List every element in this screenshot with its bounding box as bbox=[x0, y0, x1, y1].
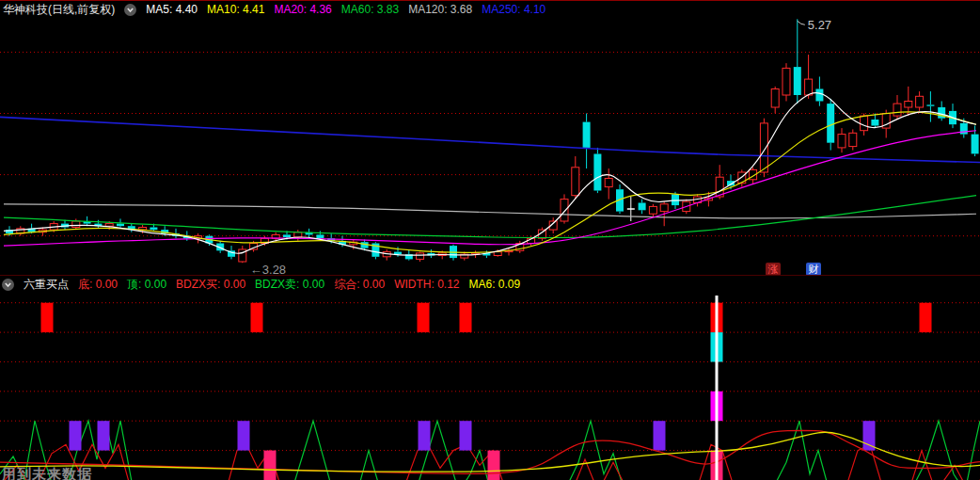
indicator-zonghe: 综合: 0.00 bbox=[334, 277, 385, 293]
svg-text:5.27: 5.27 bbox=[808, 18, 831, 32]
candlestick-chart[interactable]: 5.27←3.28 bbox=[0, 18, 980, 275]
svg-text:←3.28: ←3.28 bbox=[250, 263, 286, 275]
ma5-value: MA5: 4.40 bbox=[146, 3, 198, 16]
collapse-chevron-icon[interactable] bbox=[2, 279, 14, 291]
ma60-value: MA60: 3.83 bbox=[341, 3, 399, 16]
ma250-value: MA250: 4.10 bbox=[482, 3, 545, 16]
indicator-panel[interactable] bbox=[0, 293, 980, 480]
indicator-name: 六重买点 bbox=[24, 277, 69, 293]
indicator-width: WIDTH: 0.12 bbox=[394, 278, 459, 291]
future-data-watermark: 用到未来数据 bbox=[2, 466, 92, 480]
ma20-value: MA20: 4.36 bbox=[274, 3, 331, 16]
indicator-header: 六重买点 底: 0.00 顶: 0.00 BDZX买: 0.00 BDZX卖: … bbox=[0, 275, 980, 293]
indicator-di: 底: 0.00 bbox=[78, 277, 118, 293]
trading-app-window: 华神科技(日线,前复权) MA5: 4.40 MA10: 4.41 MA20: … bbox=[0, 0, 980, 480]
main-chart-header: 华神科技(日线,前复权) MA5: 4.40 MA10: 4.41 MA20: … bbox=[0, 1, 980, 18]
indicator-ding: 顶: 0.00 bbox=[127, 277, 166, 293]
watermark-badge-cai: 财 bbox=[806, 263, 821, 276]
ma10-value: MA10: 4.41 bbox=[207, 3, 264, 16]
watermark-badge-zhang: 涨 bbox=[766, 263, 781, 276]
indicator-bdzx-sell: BDZX卖: 0.00 bbox=[255, 277, 324, 293]
indicator-bdzx-buy: BDZX买: 0.00 bbox=[176, 277, 245, 293]
ma120-value: MA120: 3.68 bbox=[408, 3, 472, 16]
collapse-chevron-icon[interactable] bbox=[124, 4, 136, 16]
indicator-ma6: MA6: 0.09 bbox=[469, 278, 521, 291]
stock-title: 华神科技(日线,前复权) bbox=[3, 2, 115, 18]
